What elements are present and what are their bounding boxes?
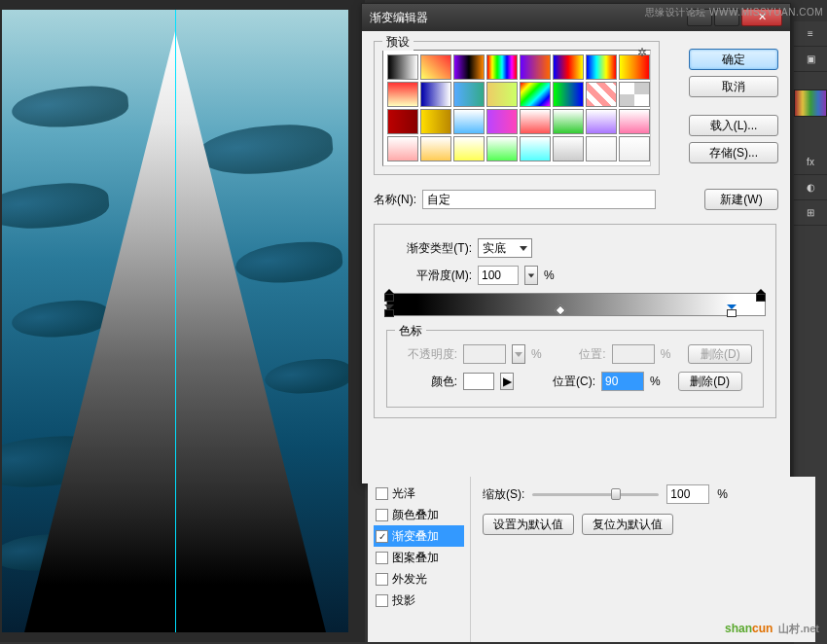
preset-swatch[interactable] [586,136,617,161]
scale-label: 缩放(S): [483,486,524,503]
position2-input[interactable] [601,372,644,391]
position2-label: 位置(C): [537,374,595,390]
style-item[interactable]: 图案叠加 [374,547,464,568]
gradient-type-select[interactable]: 实底 [478,238,532,258]
preset-swatch[interactable] [486,136,518,161]
preset-swatch[interactable] [520,54,551,80]
preset-swatch[interactable] [619,109,650,134]
style-item-label: 光泽 [392,485,415,502]
sidebar-icon[interactable]: fx [794,150,827,175]
opacity-label: 不透明度: [395,346,457,363]
preset-swatch[interactable] [420,82,451,107]
preset-swatch[interactable] [486,54,518,80]
slider-thumb[interactable] [611,488,621,500]
gradient-type-label: 渐变类型(T): [386,240,472,257]
checkbox[interactable] [376,594,388,607]
dialog-title: 渐变编辑器 [370,10,428,26]
scale-slider[interactable] [532,493,659,496]
preset-swatch[interactable] [586,82,617,107]
style-effects-list: 光泽颜色叠加✓渐变叠加图案叠加外发光投影 [368,477,471,642]
scale-unit: % [717,487,728,501]
position2-unit: % [650,375,661,388]
preset-swatch[interactable] [453,54,485,80]
gradient-bar[interactable] [386,293,764,316]
preset-swatch[interactable] [619,82,650,107]
preset-swatch[interactable] [553,109,584,134]
checkbox[interactable] [376,573,388,586]
preset-swatch[interactable] [553,54,584,80]
name-input[interactable] [422,190,656,209]
load-button[interactable]: 载入(L)... [689,115,778,136]
gradient-type-value: 实底 [483,240,506,257]
smoothness-input[interactable] [478,266,519,285]
preset-swatch[interactable] [453,82,485,107]
opacity-stop-right[interactable] [756,289,766,299]
style-item-label: 外发光 [392,571,427,588]
color-stop-left[interactable] [384,304,396,318]
smoothness-unit: % [544,268,555,282]
preset-swatch[interactable] [520,136,551,161]
reset-default-button[interactable]: 复位为默认值 [582,514,673,535]
style-item-label: 渐变叠加 [392,528,439,545]
preset-swatch[interactable] [619,136,650,161]
checkbox[interactable] [376,487,388,500]
preset-swatch[interactable] [420,109,451,134]
preset-swatch-grid[interactable] [382,50,651,166]
sidebar-icon[interactable]: ◐ [794,175,827,200]
preset-swatch[interactable] [387,109,418,134]
sidebar-icon[interactable]: ⊞ [794,200,827,226]
watermark-logo: shancun 山村.net [725,613,819,638]
color-picker-arrow[interactable]: ▶ [500,373,514,390]
set-default-button[interactable]: 设置为默认值 [483,514,574,535]
preset-swatch[interactable] [486,82,518,107]
style-item-label: 图案叠加 [392,550,439,566]
preset-swatch[interactable] [553,82,584,107]
sidebar-icon[interactable]: ≡ [794,21,827,47]
smoothness-spinner[interactable] [524,266,538,285]
preset-swatch[interactable] [486,109,518,134]
preset-swatch[interactable] [553,136,584,161]
style-item[interactable]: 颜色叠加 [374,504,464,525]
new-button[interactable]: 新建(W) [704,189,778,210]
preset-swatch[interactable] [453,136,485,161]
preset-swatch[interactable] [387,82,418,107]
style-item-label: 颜色叠加 [392,507,439,523]
save-button[interactable]: 存储(S)... [689,142,778,163]
gear-icon[interactable]: ✲ [637,46,651,59]
preset-swatch[interactable] [453,109,485,134]
gradient-editor-dialog: 渐变编辑器 ✕ 预设 ✲ 确定 取消 载入(L)... 存储(S)... 名称(… [361,3,791,484]
preset-swatch[interactable] [586,109,617,134]
opacity-stop-left[interactable] [384,289,394,299]
style-item[interactable]: 投影 [374,590,464,611]
scale-input[interactable] [666,484,709,504]
presets-legend: 预设 [382,34,414,51]
ok-button[interactable]: 确定 [689,49,778,70]
checkbox[interactable]: ✓ [376,530,388,543]
style-item[interactable]: 外发光 [374,568,464,590]
color-stops-group: 色标 不透明度: % 位置: % 删除(D) 颜色: ▶ 位置(C): [386,330,764,408]
preset-swatch[interactable] [520,82,551,107]
sidebar-swatch-strip[interactable] [794,89,827,117]
preset-swatch[interactable] [420,136,451,161]
cancel-button[interactable]: 取消 [689,76,778,97]
sidebar-icon[interactable]: ▣ [794,47,827,72]
preset-swatch[interactable] [586,54,617,80]
presets-group: 预设 ✲ [374,41,660,175]
style-item[interactable]: 光泽 [374,483,464,504]
preset-swatch[interactable] [387,136,418,161]
preset-swatch[interactable] [387,54,418,80]
color-swatch[interactable] [463,373,494,390]
preset-swatch[interactable] [420,54,451,80]
document-canvas[interactable] [2,10,348,632]
delete-color-stop-button[interactable]: 删除(D) [678,372,742,391]
guide-vertical[interactable] [175,10,176,632]
position1-input [612,344,655,364]
name-label: 名称(N): [374,192,416,208]
preset-swatch[interactable] [520,109,551,134]
colorstop-legend: 色标 [395,323,426,340]
position1-unit: % [661,347,671,361]
checkbox[interactable] [376,552,388,564]
style-item[interactable]: ✓渐变叠加 [374,525,464,547]
color-stop-right[interactable] [727,304,738,318]
checkbox[interactable] [376,509,388,521]
